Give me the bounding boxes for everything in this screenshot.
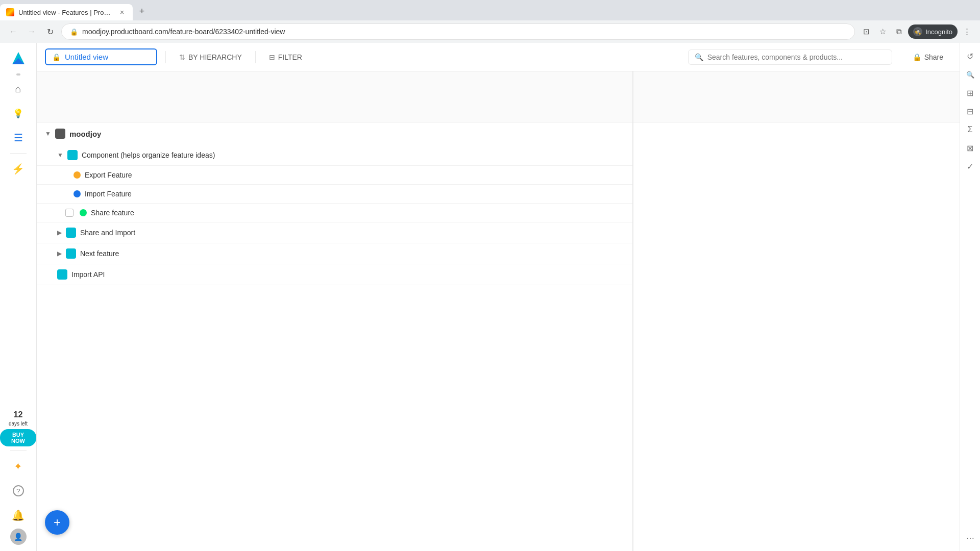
view-title-box[interactable]: 🔒 Untitled view <box>45 48 157 65</box>
tab-favicon <box>6 8 14 16</box>
sidebar-bottom: 12 days left BUY NOW ✦ ? 🔔 👤 <box>0 410 36 545</box>
incognito-button[interactable]: 🕵 Incognito <box>908 24 958 39</box>
share-lock-icon: 🔒 <box>913 53 921 61</box>
sidebar-item-lightbulb[interactable]: 💡 <box>7 102 30 124</box>
split-button[interactable]: ⧉ <box>892 24 906 39</box>
days-left: 12 days left <box>9 410 28 427</box>
root-icon <box>55 129 65 139</box>
incognito-avatar-icon: 🕵 <box>913 27 922 36</box>
sigma-icon: Σ <box>968 125 973 134</box>
nav-bar: ← → ↻ 🔒 moodjoy.productboard.com/feature… <box>0 20 980 43</box>
filter-label: FILTER <box>278 53 302 61</box>
back-button[interactable]: ← <box>6 24 20 39</box>
sidebar-item-home[interactable]: ⌂ <box>7 78 30 100</box>
browser-chrome: Untitled view - Features | Produ... × + … <box>0 0 980 43</box>
new-tab-button[interactable]: + <box>135 4 149 18</box>
search-bar[interactable]: 🔍 <box>688 49 892 65</box>
search-icon: 🔍 <box>695 53 703 61</box>
sidebar-divider <box>10 153 27 154</box>
top-level-feature-row[interactable]: Import API <box>37 264 632 285</box>
import-api-icon <box>57 269 67 280</box>
right-sidebar-chart[interactable]: ⊠ <box>963 141 977 155</box>
right-sidebar-search[interactable]: 🔍 <box>963 67 977 82</box>
right-sidebar-dots[interactable]: ⋯ <box>963 531 977 545</box>
sidebar-item-bell[interactable]: 🔔 <box>7 504 30 527</box>
ai-sparkle-icon[interactable]: ✦ <box>7 455 30 478</box>
right-sidebar-layout[interactable]: ⊞ <box>963 86 977 100</box>
component-2-title: Share and Import <box>80 229 135 237</box>
share-label: Share <box>924 53 943 61</box>
by-hierarchy-label: BY HIERARCHY <box>188 53 242 61</box>
component-row-2[interactable]: ▶ Share and Import <box>37 222 632 243</box>
component-1-icon <box>67 150 78 160</box>
sidebar-logo[interactable] <box>9 49 28 67</box>
help-icon: ? <box>13 485 24 496</box>
reload-button[interactable]: ↻ <box>43 24 57 39</box>
toolbar-separator-1 <box>165 51 166 63</box>
empty-header <box>37 71 632 122</box>
sidebar-item-list[interactable]: ☰ <box>7 127 30 149</box>
table-grid-icon: ⊟ <box>967 107 973 116</box>
feature-row-share[interactable]: Share feature <box>37 204 632 222</box>
right-sidebar-sigma[interactable]: Σ <box>963 122 977 137</box>
magnifier-icon: 🔍 <box>966 71 974 79</box>
feature-row-export[interactable]: Export Feature <box>37 166 632 185</box>
hierarchy-icon: ⇅ <box>179 53 185 61</box>
share-checkbox[interactable] <box>65 209 74 217</box>
toolbar: 🔒 Untitled view ⇅ BY HIERARCHY ⊟ FILTER … <box>37 43 960 71</box>
component-row-1[interactable]: ▼ Component (helps organize feature idea… <box>37 145 632 166</box>
component-1-title: Component (helps organize feature ideas) <box>82 151 215 159</box>
address-bar[interactable]: 🔒 moodjoy.productboard.com/feature-board… <box>61 23 855 40</box>
component-chevron-down-icon[interactable]: ▼ <box>57 152 63 159</box>
view-title[interactable]: Untitled view <box>65 53 108 61</box>
import-feature-name: Import Feature <box>85 190 132 198</box>
cast-button[interactable]: ⊡ <box>859 24 873 39</box>
avatar-image: 👤 <box>14 533 22 541</box>
share-feature-dot <box>80 209 87 216</box>
tab-bar: Untitled view - Features | Produ... × + <box>0 0 980 20</box>
next-feature-chevron-right-icon[interactable]: ▶ <box>57 250 62 257</box>
share-button[interactable]: 🔒 Share <box>904 50 951 64</box>
tab-close-button[interactable]: × <box>117 8 127 17</box>
lightbulb-icon: 💡 <box>13 108 23 119</box>
search-input[interactable] <box>707 53 886 61</box>
active-tab[interactable]: Untitled view - Features | Produ... × <box>0 4 133 20</box>
bell-icon: 🔔 <box>12 509 24 521</box>
tab-title: Untitled view - Features | Produ... <box>18 9 113 16</box>
component-3-icon <box>66 248 76 259</box>
forward-button[interactable]: → <box>24 24 39 39</box>
content-area: ▼ moodjoy ▼ Component (helps organize fe… <box>37 71 960 551</box>
right-sidebar-bottom: ⋯ <box>963 531 977 545</box>
check-circle-icon: ✓ <box>967 162 973 171</box>
buy-now-button[interactable]: BUY NOW <box>0 429 36 446</box>
right-sidebar-checkmark[interactable]: ✓ <box>963 159 977 173</box>
right-sidebar-table[interactable]: ⊟ <box>963 104 977 118</box>
three-dots-icon: ⋯ <box>966 533 974 543</box>
fab-button[interactable]: + <box>45 510 69 535</box>
component-2-icon <box>66 228 76 238</box>
feature-row-import[interactable]: Import Feature <box>37 185 632 204</box>
sidebar-avatar[interactable]: 👤 <box>10 529 27 545</box>
filter-button[interactable]: ⊟ FILTER <box>264 50 307 64</box>
sidebar-item-bolt[interactable]: ⚡ <box>7 158 30 180</box>
import-feature-dot <box>74 190 81 197</box>
app-layout: ⌂ 💡 ☰ ⚡ 12 days left BUY NOW ✦ ? <box>0 43 980 551</box>
right-sidebar-history[interactable]: ↺ <box>963 49 977 63</box>
incognito-label: Incognito <box>925 28 952 36</box>
bookmark-button[interactable]: ☆ <box>875 24 890 39</box>
sidebar: ⌂ 💡 ☰ ⚡ 12 days left BUY NOW ✦ ? <box>0 43 37 551</box>
share-feature-name: Share feature <box>91 209 134 217</box>
more-menu-button[interactable]: ⋮ <box>960 24 974 39</box>
sidebar-item-help[interactable]: ? <box>7 480 30 502</box>
right-sidebar: ↺ 🔍 ⊞ ⊟ Σ ⊠ ✓ ⋯ <box>960 43 980 551</box>
root-section-header[interactable]: ▼ moodjoy <box>37 122 632 145</box>
export-feature-name: Export Feature <box>85 171 132 179</box>
root-chevron-down-icon[interactable]: ▼ <box>45 130 51 137</box>
address-url: moodjoy.productboard.com/feature-board/6… <box>82 28 846 36</box>
by-hierarchy-button[interactable]: ⇅ BY HIERARCHY <box>174 50 247 64</box>
chart-bar-icon: ⊠ <box>967 143 973 153</box>
share-import-chevron-right-icon[interactable]: ▶ <box>57 229 62 236</box>
sidebar-scroll-indicator <box>16 73 20 76</box>
component-row-3[interactable]: ▶ Next feature <box>37 243 632 264</box>
export-feature-dot <box>74 171 81 179</box>
